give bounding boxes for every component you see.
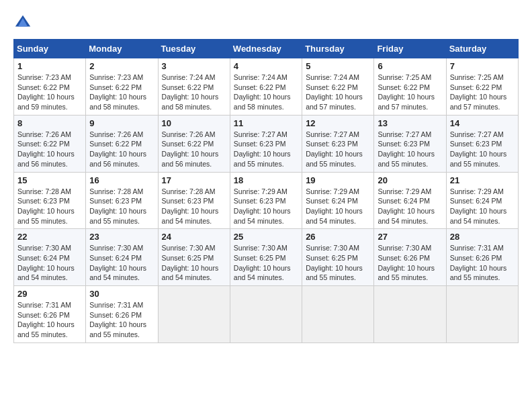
day-number: 18 [234,175,298,185]
day-info: Sunrise: 7:27 AM Sunset: 6:23 PM Dayligh… [450,130,515,169]
calendar-cell: 29 Sunrise: 7:31 AM Sunset: 6:26 PM Dayl… [14,286,86,343]
day-info: Sunrise: 7:27 AM Sunset: 6:23 PM Dayligh… [306,130,370,169]
day-number: 13 [378,118,442,128]
calendar-cell: 16 Sunrise: 7:28 AM Sunset: 6:23 PM Dayl… [86,172,158,229]
day-info: Sunrise: 7:25 AM Sunset: 6:22 PM Dayligh… [378,73,442,112]
day-number: 9 [89,118,154,128]
calendar-cell: 28 Sunrise: 7:31 AM Sunset: 6:26 PM Dayl… [446,229,518,286]
day-info: Sunrise: 7:31 AM Sunset: 6:26 PM Dayligh… [17,300,82,340]
day-info: Sunrise: 7:26 AM Sunset: 6:22 PM Dayligh… [162,130,226,169]
calendar-cell: 19 Sunrise: 7:29 AM Sunset: 6:24 PM Dayl… [302,172,374,229]
day-number: 4 [234,61,298,71]
calendar-cell: 9 Sunrise: 7:26 AM Sunset: 6:22 PM Dayli… [86,115,158,172]
calendar-cell: 6 Sunrise: 7:25 AM Sunset: 6:22 PM Dayli… [374,58,446,116]
day-info: Sunrise: 7:30 AM Sunset: 6:24 PM Dayligh… [89,243,154,283]
day-number: 1 [17,61,82,71]
day-info: Sunrise: 7:28 AM Sunset: 6:23 PM Dayligh… [162,187,226,226]
calendar-table: SundayMondayTuesdayWednesdayThursdayFrid… [13,39,519,343]
calendar-cell: 5 Sunrise: 7:24 AM Sunset: 6:22 PM Dayli… [302,58,374,116]
calendar-cell: 14 Sunrise: 7:27 AM Sunset: 6:23 PM Dayl… [446,115,518,172]
day-number: 3 [162,61,226,71]
calendar-cell: 4 Sunrise: 7:24 AM Sunset: 6:22 PM Dayli… [230,58,302,116]
day-info: Sunrise: 7:30 AM Sunset: 6:25 PM Dayligh… [306,243,370,283]
day-info: Sunrise: 7:29 AM Sunset: 6:23 PM Dayligh… [234,187,298,226]
day-number: 24 [162,232,226,242]
day-number: 19 [306,175,370,185]
calendar-cell: 25 Sunrise: 7:30 AM Sunset: 6:25 PM Dayl… [230,229,302,286]
calendar-cell: 11 Sunrise: 7:27 AM Sunset: 6:23 PM Dayl… [230,115,302,172]
day-number: 15 [17,175,82,185]
day-number: 29 [17,289,82,299]
day-number: 16 [89,175,154,185]
day-info: Sunrise: 7:26 AM Sunset: 6:22 PM Dayligh… [17,130,82,169]
calendar-cell: 15 Sunrise: 7:28 AM Sunset: 6:23 PM Dayl… [14,172,86,229]
calendar-week-row: 22 Sunrise: 7:30 AM Sunset: 6:24 PM Dayl… [14,229,519,286]
calendar-header-monday: Monday [86,40,158,58]
calendar-week-row: 1 Sunrise: 7:23 AM Sunset: 6:22 PM Dayli… [14,58,519,116]
day-info: Sunrise: 7:27 AM Sunset: 6:23 PM Dayligh… [378,130,442,169]
day-info: Sunrise: 7:31 AM Sunset: 6:26 PM Dayligh… [450,243,515,283]
calendar-header-friday: Friday [374,40,446,58]
day-info: Sunrise: 7:29 AM Sunset: 6:24 PM Dayligh… [450,187,515,226]
calendar-header-tuesday: Tuesday [158,40,230,58]
logo [13,13,35,32]
day-info: Sunrise: 7:31 AM Sunset: 6:26 PM Dayligh… [89,300,154,340]
calendar-week-row: 15 Sunrise: 7:28 AM Sunset: 6:23 PM Dayl… [14,172,519,229]
day-info: Sunrise: 7:27 AM Sunset: 6:23 PM Dayligh… [234,130,298,169]
calendar-cell: 18 Sunrise: 7:29 AM Sunset: 6:23 PM Dayl… [230,172,302,229]
calendar-header-sunday: Sunday [14,40,86,58]
day-number: 28 [450,232,515,242]
calendar-header-row: SundayMondayTuesdayWednesdayThursdayFrid… [14,40,519,58]
calendar-cell [158,286,230,343]
day-number: 26 [306,232,370,242]
day-info: Sunrise: 7:26 AM Sunset: 6:22 PM Dayligh… [89,130,154,169]
calendar-cell [374,286,446,343]
day-info: Sunrise: 7:28 AM Sunset: 6:23 PM Dayligh… [89,187,154,226]
day-number: 20 [378,175,442,185]
day-number: 12 [306,118,370,128]
calendar-cell: 2 Sunrise: 7:23 AM Sunset: 6:22 PM Dayli… [86,58,158,116]
calendar-header-saturday: Saturday [446,40,518,58]
calendar-cell: 10 Sunrise: 7:26 AM Sunset: 6:22 PM Dayl… [158,115,230,172]
day-number: 25 [234,232,298,242]
day-info: Sunrise: 7:23 AM Sunset: 6:22 PM Dayligh… [17,73,82,112]
calendar-header-thursday: Thursday [302,40,374,58]
calendar-cell: 17 Sunrise: 7:28 AM Sunset: 6:23 PM Dayl… [158,172,230,229]
day-number: 11 [234,118,298,128]
calendar-cell [230,286,302,343]
calendar-week-row: 29 Sunrise: 7:31 AM Sunset: 6:26 PM Dayl… [14,286,519,343]
day-number: 23 [89,232,154,242]
day-number: 30 [89,289,154,299]
calendar-cell: 1 Sunrise: 7:23 AM Sunset: 6:22 PM Dayli… [14,58,86,116]
calendar-cell: 20 Sunrise: 7:29 AM Sunset: 6:24 PM Dayl… [374,172,446,229]
day-number: 14 [450,118,515,128]
calendar-cell: 7 Sunrise: 7:25 AM Sunset: 6:22 PM Dayli… [446,58,518,116]
day-number: 5 [306,61,370,71]
calendar-cell: 30 Sunrise: 7:31 AM Sunset: 6:26 PM Dayl… [86,286,158,343]
day-number: 21 [450,175,515,185]
calendar-cell: 21 Sunrise: 7:29 AM Sunset: 6:24 PM Dayl… [446,172,518,229]
calendar-cell: 13 Sunrise: 7:27 AM Sunset: 6:23 PM Dayl… [374,115,446,172]
day-info: Sunrise: 7:30 AM Sunset: 6:26 PM Dayligh… [378,243,442,283]
calendar-cell [302,286,374,343]
calendar-cell: 22 Sunrise: 7:30 AM Sunset: 6:24 PM Dayl… [14,229,86,286]
day-info: Sunrise: 7:24 AM Sunset: 6:22 PM Dayligh… [234,73,298,112]
page-header [13,13,519,32]
logo-icon [13,13,32,32]
day-number: 10 [162,118,226,128]
day-info: Sunrise: 7:25 AM Sunset: 6:22 PM Dayligh… [450,73,515,112]
day-info: Sunrise: 7:30 AM Sunset: 6:25 PM Dayligh… [234,243,298,283]
day-info: Sunrise: 7:30 AM Sunset: 6:24 PM Dayligh… [17,243,82,283]
day-number: 2 [89,61,154,71]
calendar-cell: 23 Sunrise: 7:30 AM Sunset: 6:24 PM Dayl… [86,229,158,286]
calendar-cell: 12 Sunrise: 7:27 AM Sunset: 6:23 PM Dayl… [302,115,374,172]
day-info: Sunrise: 7:28 AM Sunset: 6:23 PM Dayligh… [17,187,82,226]
calendar-header-wednesday: Wednesday [230,40,302,58]
day-info: Sunrise: 7:29 AM Sunset: 6:24 PM Dayligh… [378,187,442,226]
calendar-cell [446,286,518,343]
calendar-cell: 26 Sunrise: 7:30 AM Sunset: 6:25 PM Dayl… [302,229,374,286]
calendar-cell: 27 Sunrise: 7:30 AM Sunset: 6:26 PM Dayl… [374,229,446,286]
day-number: 22 [17,232,82,242]
day-info: Sunrise: 7:29 AM Sunset: 6:24 PM Dayligh… [306,187,370,226]
calendar-cell: 8 Sunrise: 7:26 AM Sunset: 6:22 PM Dayli… [14,115,86,172]
